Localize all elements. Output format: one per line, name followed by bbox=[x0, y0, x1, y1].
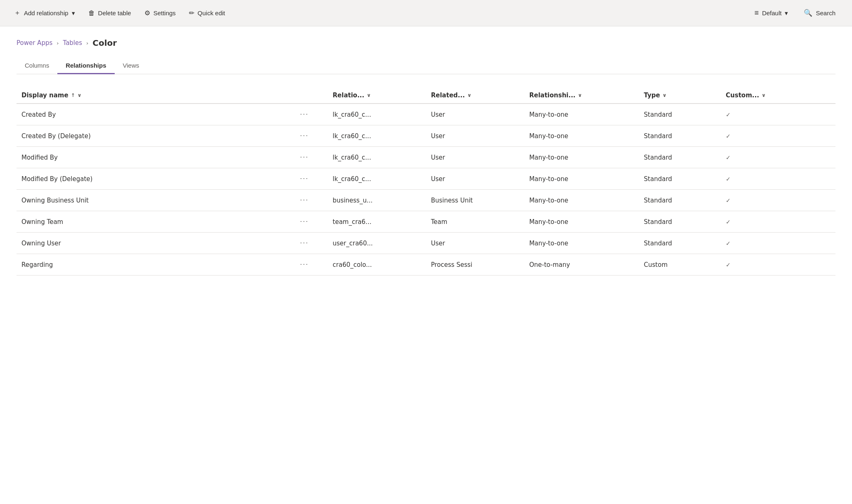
row-actions-dots[interactable]: ··· bbox=[300, 239, 309, 247]
cell-related: Business Unit bbox=[426, 190, 524, 211]
cell-row-actions[interactable]: ··· bbox=[295, 125, 328, 147]
cell-display-name: Created By bbox=[17, 104, 295, 125]
table-row: Owning User ··· user_cra60... User Many-… bbox=[17, 233, 835, 254]
col-header-relationship-name: Relatio... ∨ bbox=[328, 87, 426, 104]
table-row: Modified By ··· lk_cra60_c... User Many-… bbox=[17, 147, 835, 168]
toolbar-right: ≡ Default ▾ 🔍 Search bbox=[748, 5, 844, 21]
quick-edit-button[interactable]: ✏ Quick edit bbox=[183, 6, 231, 20]
cell-type: Custom bbox=[639, 254, 721, 276]
cell-relationship-type: Many-to-one bbox=[524, 190, 639, 211]
breadcrumb-area: Power Apps › Tables › Color bbox=[0, 26, 852, 48]
cell-row-actions[interactable]: ··· bbox=[295, 233, 328, 254]
cell-row-actions[interactable]: ··· bbox=[295, 104, 328, 125]
row-actions-dots[interactable]: ··· bbox=[300, 153, 309, 161]
relship-filter-icon[interactable]: ∨ bbox=[578, 92, 582, 98]
pencil-icon: ✏ bbox=[189, 9, 194, 17]
cell-relationship-name: business_u... bbox=[328, 190, 426, 211]
type-filter-icon[interactable]: ∨ bbox=[663, 92, 667, 98]
cell-row-actions[interactable]: ··· bbox=[295, 211, 328, 233]
cell-type: Standard bbox=[639, 104, 721, 125]
breadcrumb-tables[interactable]: Tables bbox=[63, 39, 82, 47]
sort-asc-icon[interactable]: ↑ bbox=[71, 92, 75, 98]
tabs-area: Columns Relationships Views bbox=[0, 48, 852, 74]
table-row: Modified By (Delegate) ··· lk_cra60_c...… bbox=[17, 168, 835, 190]
breadcrumb: Power Apps › Tables › Color bbox=[17, 38, 835, 48]
plus-icon: ＋ bbox=[14, 9, 21, 17]
cell-type: Standard bbox=[639, 147, 721, 168]
tabs: Columns Relationships Views bbox=[17, 58, 835, 74]
cell-row-actions[interactable]: ··· bbox=[295, 147, 328, 168]
cell-customizable: ✓ bbox=[721, 168, 835, 190]
row-actions-dots[interactable]: ··· bbox=[300, 218, 309, 226]
cell-relationship-type: Many-to-one bbox=[524, 147, 639, 168]
checkmark-icon: ✓ bbox=[726, 261, 731, 268]
display-name-filter-icon[interactable]: ∨ bbox=[78, 92, 82, 98]
table-header-row: Display name ↑ ∨ Relatio... ∨ Related... bbox=[17, 87, 835, 104]
cell-display-name: Regarding bbox=[17, 254, 295, 276]
table-area: Display name ↑ ∨ Relatio... ∨ Related... bbox=[0, 74, 852, 276]
checkmark-icon: ✓ bbox=[726, 176, 731, 182]
tab-views[interactable]: Views bbox=[115, 58, 148, 74]
cell-display-name: Modified By bbox=[17, 147, 295, 168]
breadcrumb-current: Color bbox=[92, 38, 117, 48]
search-button[interactable]: 🔍 Search bbox=[795, 5, 844, 21]
checkmark-icon: ✓ bbox=[726, 111, 731, 118]
cell-relationship-type: Many-to-one bbox=[524, 104, 639, 125]
cell-customizable: ✓ bbox=[721, 104, 835, 125]
cell-display-name: Owning Business Unit bbox=[17, 190, 295, 211]
cell-row-actions[interactable]: ··· bbox=[295, 190, 328, 211]
tab-columns[interactable]: Columns bbox=[17, 58, 57, 74]
cell-display-name: Owning Team bbox=[17, 211, 295, 233]
cell-relationship-type: Many-to-one bbox=[524, 168, 639, 190]
gear-icon: ⚙ bbox=[144, 9, 150, 17]
cell-row-actions[interactable]: ··· bbox=[295, 168, 328, 190]
default-view-lines-icon: ≡ bbox=[754, 9, 759, 17]
cell-display-name: Owning User bbox=[17, 233, 295, 254]
cell-relationship-name: team_cra6... bbox=[328, 211, 426, 233]
row-actions-dots[interactable]: ··· bbox=[300, 261, 309, 268]
cell-customizable: ✓ bbox=[721, 125, 835, 147]
checkmark-icon: ✓ bbox=[726, 219, 731, 225]
cell-type: Standard bbox=[639, 190, 721, 211]
checkmark-icon: ✓ bbox=[726, 240, 731, 247]
cell-related: User bbox=[426, 147, 524, 168]
col-header-customizable: Custom... ∨ bbox=[721, 87, 835, 104]
checkmark-icon: ✓ bbox=[726, 154, 731, 161]
cell-relationship-type: Many-to-one bbox=[524, 125, 639, 147]
cell-related: User bbox=[426, 233, 524, 254]
col-header-display-name: Display name ↑ ∨ bbox=[17, 87, 295, 104]
add-relationship-button[interactable]: ＋ Add relationship ▾ bbox=[8, 5, 81, 21]
table-row: Owning Team ··· team_cra6... Team Many-t… bbox=[17, 211, 835, 233]
cell-relationship-name: lk_cra60_c... bbox=[328, 104, 426, 125]
row-actions-dots[interactable]: ··· bbox=[300, 175, 309, 183]
cell-customizable: ✓ bbox=[721, 254, 835, 276]
cell-relationship-type: Many-to-one bbox=[524, 233, 639, 254]
default-view-button[interactable]: ≡ Default ▾ bbox=[748, 5, 794, 21]
cell-related: User bbox=[426, 125, 524, 147]
delete-table-button[interactable]: 🗑 Delete table bbox=[83, 6, 137, 20]
cell-relationship-name: user_cra60... bbox=[328, 233, 426, 254]
cell-customizable: ✓ bbox=[721, 233, 835, 254]
cell-relationship-name: lk_cra60_c... bbox=[328, 125, 426, 147]
table-row: Regarding ··· cra60_colo... Process Sess… bbox=[17, 254, 835, 276]
checkmark-icon: ✓ bbox=[726, 197, 731, 204]
breadcrumb-power-apps[interactable]: Power Apps bbox=[17, 39, 52, 47]
breadcrumb-sep-2: › bbox=[86, 40, 88, 46]
settings-button[interactable]: ⚙ Settings bbox=[139, 6, 182, 20]
add-relationship-dropdown-icon[interactable]: ▾ bbox=[72, 9, 75, 17]
row-actions-dots[interactable]: ··· bbox=[300, 196, 309, 204]
toolbar: ＋ Add relationship ▾ 🗑 Delete table ⚙ Se… bbox=[0, 0, 852, 26]
default-dropdown-icon[interactable]: ▾ bbox=[785, 9, 788, 17]
relatio-filter-icon[interactable]: ∨ bbox=[367, 92, 371, 98]
cell-display-name: Modified By (Delegate) bbox=[17, 168, 295, 190]
cell-row-actions[interactable]: ··· bbox=[295, 254, 328, 276]
row-actions-dots[interactable]: ··· bbox=[300, 111, 309, 118]
col-header-type: Type ∨ bbox=[639, 87, 721, 104]
related-filter-icon[interactable]: ∨ bbox=[467, 92, 472, 98]
tab-relationships[interactable]: Relationships bbox=[57, 58, 114, 74]
col-header-actions bbox=[295, 87, 328, 104]
row-actions-dots[interactable]: ··· bbox=[300, 132, 309, 140]
relationships-table: Display name ↑ ∨ Relatio... ∨ Related... bbox=[17, 87, 835, 276]
cell-relationship-name: lk_cra60_c... bbox=[328, 168, 426, 190]
custom-filter-icon[interactable]: ∨ bbox=[762, 92, 766, 98]
